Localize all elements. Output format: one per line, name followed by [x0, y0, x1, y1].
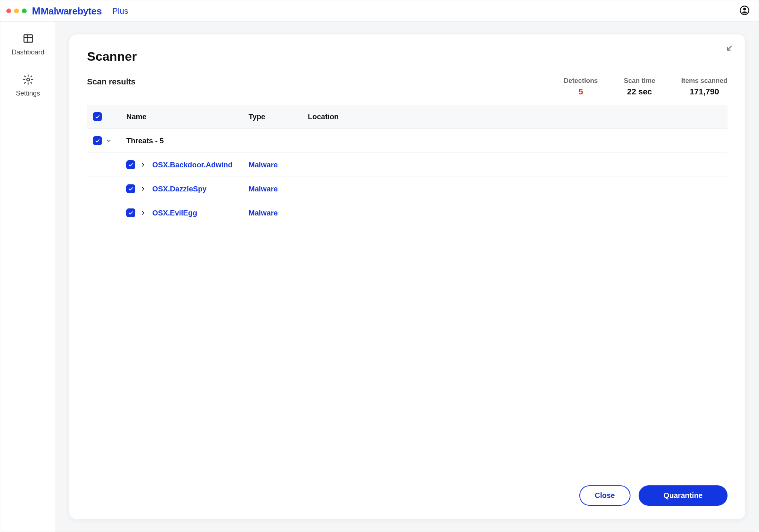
check-icon [94, 114, 100, 120]
stat-label: Detections [564, 77, 598, 85]
sidebar-item-dashboard[interactable]: Dashboard [0, 33, 56, 56]
check-icon [128, 162, 134, 168]
col-header-location: Location [308, 113, 722, 121]
check-icon [128, 210, 134, 216]
results-table: Name Type Location Th [87, 105, 728, 225]
scanner-card: Scanner Scan results Detections 5 Scan t… [69, 34, 745, 519]
table-row: OSX.EvilEgg Malware [87, 201, 728, 225]
row-checkbox[interactable] [126, 184, 135, 193]
section-title: Scan results [87, 77, 136, 87]
sidebar-item-label: Dashboard [11, 48, 44, 56]
group-label: Threats - 5 [126, 137, 722, 145]
brand-name: Malwarebytes [41, 6, 102, 17]
brand-divider [107, 6, 107, 16]
check-icon [94, 138, 100, 144]
collapse-arrow-icon [725, 43, 734, 53]
select-all-checkbox[interactable] [93, 112, 102, 121]
threat-group-row[interactable]: Threats - 5 [87, 129, 728, 153]
account-icon [739, 5, 750, 16]
zoom-window-button[interactable] [22, 9, 27, 13]
stat-value: 5 [564, 87, 598, 97]
titlebar: MMalwarebytes Plus [0, 0, 759, 22]
brand-tier: Plus [112, 6, 128, 16]
chevron-right-icon[interactable] [140, 185, 146, 192]
threat-name-link[interactable]: OSX.DazzleSpy [152, 185, 249, 193]
row-checkbox[interactable] [126, 160, 135, 169]
chevron-right-icon[interactable] [140, 210, 146, 216]
threat-type: Malware [249, 209, 308, 217]
account-button[interactable] [739, 5, 750, 17]
window-controls [6, 9, 27, 13]
table-row: OSX.Backdoor.Adwind Malware [87, 153, 728, 177]
sidebar-item-label: Settings [16, 90, 40, 97]
brand-logo: MMalwarebytes [32, 5, 101, 17]
stat-value: 22 sec [624, 87, 655, 97]
stat-value: 171,790 [681, 87, 728, 97]
quarantine-button[interactable]: Quarantine [639, 485, 728, 506]
group-checkbox[interactable] [93, 136, 102, 145]
close-window-button[interactable] [6, 9, 11, 13]
svg-point-5 [27, 78, 30, 81]
col-header-name: Name [126, 113, 249, 121]
col-header-type: Type [249, 113, 308, 121]
app-window: MMalwarebytes Plus Dashboard [0, 0, 759, 532]
threat-type: Malware [249, 185, 308, 193]
sidebar: Dashboard Settings [0, 22, 56, 532]
stat-items-scanned: Items scanned 171,790 [681, 77, 728, 97]
row-checkbox[interactable] [126, 208, 135, 217]
table-header: Name Type Location [87, 105, 728, 129]
collapse-button[interactable] [725, 43, 734, 54]
threat-name-link[interactable]: OSX.EvilEgg [152, 209, 249, 217]
svg-rect-2 [24, 35, 32, 42]
stat-label: Items scanned [681, 77, 728, 85]
check-icon [128, 186, 134, 192]
stat-detections: Detections 5 [564, 77, 598, 97]
dashboard-icon [23, 33, 34, 44]
table-row: OSX.DazzleSpy Malware [87, 177, 728, 201]
chevron-down-icon [106, 137, 112, 144]
sidebar-item-settings[interactable]: Settings [0, 74, 56, 97]
gear-icon [23, 74, 34, 85]
card-footer: Close Quarantine [87, 471, 728, 506]
svg-point-1 [743, 7, 746, 10]
scan-stats: Detections 5 Scan time 22 sec Items scan… [564, 77, 728, 97]
stat-scan-time: Scan time 22 sec [624, 77, 655, 97]
stat-label: Scan time [624, 77, 655, 85]
threat-name-link[interactable]: OSX.Backdoor.Adwind [152, 161, 249, 169]
brand-mark-icon: M [32, 5, 40, 17]
chevron-right-icon[interactable] [140, 161, 146, 168]
minimize-window-button[interactable] [14, 9, 19, 13]
close-button[interactable]: Close [579, 485, 630, 506]
threat-type: Malware [249, 161, 308, 169]
page-title: Scanner [87, 49, 728, 64]
